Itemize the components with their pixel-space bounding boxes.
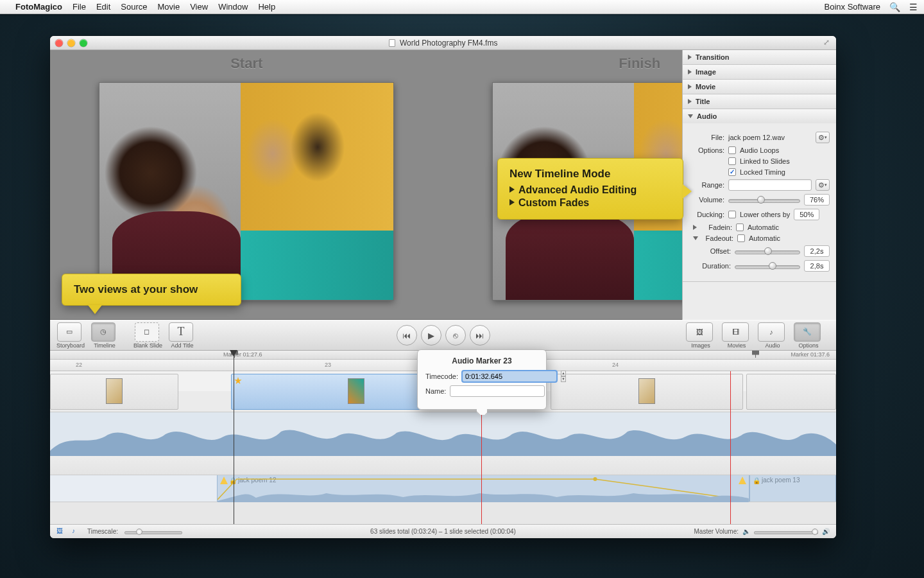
duration-slider[interactable]: [735, 261, 800, 270]
images-button[interactable]: 🖼: [686, 322, 713, 342]
locked-timing-checkbox[interactable]: [728, 168, 736, 176]
master-volume-slider[interactable]: [754, 528, 818, 536]
menu-bar: FotoMagico File Edit Source Movie View W…: [0, 0, 924, 14]
options-button[interactable]: 🔧: [794, 322, 821, 342]
disclosure-icon[interactable]: [693, 236, 698, 240]
menu-file[interactable]: File: [73, 2, 86, 12]
menu-edit[interactable]: Edit: [96, 2, 110, 12]
add-title-button[interactable]: T: [169, 322, 193, 342]
master-volume-label: Master Volume:: [694, 528, 739, 535]
ruler-tick: 22: [76, 362, 82, 368]
finish-label: Finish: [619, 55, 660, 72]
inspector-movie-label: Movie: [696, 83, 715, 91]
timeline-label: Timeline: [94, 342, 116, 349]
menu-movie[interactable]: Movie: [158, 2, 180, 12]
volume-max-icon: 🔊: [822, 528, 830, 535]
offset-slider[interactable]: [735, 247, 800, 256]
storyboard-button[interactable]: ▭: [57, 322, 81, 342]
file-value: jack poem 12.wav: [728, 134, 812, 141]
menu-source[interactable]: Source: [121, 2, 147, 12]
timecode-label: Timecode:: [425, 372, 458, 380]
notification-center-icon[interactable]: ☰: [909, 2, 918, 12]
timeline-button[interactable]: ◷: [91, 322, 116, 342]
inspector-movie-header[interactable]: Movie: [683, 80, 836, 94]
range-field[interactable]: [728, 179, 812, 191]
playhead[interactable]: [234, 351, 234, 524]
volume-label: Volume:: [689, 196, 724, 204]
volume-value[interactable]: 76%: [804, 194, 830, 206]
menu-window[interactable]: Window: [218, 2, 248, 12]
inspector-transition-header[interactable]: Transition: [683, 50, 836, 64]
slide-clip[interactable]: [746, 374, 836, 410]
audio-tool-icon[interactable]: ♪: [72, 527, 81, 536]
audio-track-2[interactable]: 🔒 jack poem 12 🔒 jack poem 13: [50, 475, 836, 502]
star-icon: [234, 377, 242, 385]
window-zoom-button[interactable]: [80, 39, 87, 47]
duration-value[interactable]: 2,8s: [804, 260, 830, 272]
window-minimize-button[interactable]: [67, 39, 75, 47]
slide-clip[interactable]: [551, 374, 743, 410]
photo-couple: [99, 83, 241, 301]
rewind-button[interactable]: ⏮: [397, 325, 417, 346]
disclosure-icon: [688, 69, 692, 74]
images-label: Images: [691, 342, 710, 349]
audio-button[interactable]: ♪: [758, 322, 785, 342]
inspector-title-header[interactable]: Title: [683, 94, 836, 109]
inspector-audio-header[interactable]: Audio: [683, 109, 836, 123]
timecode-stepper[interactable]: ▲▼: [561, 371, 566, 382]
timescale-slider[interactable]: [124, 528, 182, 536]
name-label: Name:: [425, 387, 446, 395]
window-titlebar[interactable]: World Photography FM4.fms ⤢: [50, 36, 836, 50]
chevron-icon: [509, 186, 515, 193]
audio-clip[interactable]: 🔒 jack poem 13: [749, 475, 836, 502]
offset-value[interactable]: 2,2s: [804, 245, 830, 257]
fadein-auto-checkbox[interactable]: [736, 223, 744, 231]
mid-toolbar: ▭Storyboard ◷Timeline ◻Blank Slide TAdd …: [50, 320, 836, 351]
audio-marker-popover: Audio Marker 23 Timecode: ▲▼ Name:: [417, 349, 547, 410]
menu-help[interactable]: Help: [258, 2, 275, 12]
linked-slides-checkbox[interactable]: [728, 157, 736, 165]
ducking-checkbox[interactable]: [728, 211, 736, 218]
photo-teal: [241, 231, 393, 300]
audio-track-1[interactable]: [50, 412, 836, 456]
app-menu[interactable]: FotoMagico: [15, 2, 62, 12]
audio-clip[interactable]: 🔒 jack poem 12: [217, 475, 749, 502]
fullscreen-icon[interactable]: ⤢: [823, 38, 832, 47]
marker-flag-icon[interactable]: [752, 351, 759, 358]
waveform: [50, 412, 836, 456]
fadein-label: Fadein:: [702, 223, 732, 231]
name-input[interactable]: [450, 385, 545, 397]
disclosure-icon: [688, 99, 692, 104]
app-window: World Photography FM4.fms ⤢ Start Finish…: [50, 36, 836, 538]
fadeout-auto-checkbox[interactable]: [737, 234, 745, 242]
spotlight-icon[interactable]: 🔍: [889, 2, 900, 12]
start-slide-frame[interactable]: [99, 82, 394, 301]
menubar-vendor[interactable]: Boinx Software: [825, 2, 880, 12]
share-button[interactable]: ⎋: [445, 325, 466, 346]
photo-tool-icon[interactable]: 🖼: [56, 527, 65, 536]
menu-view[interactable]: View: [190, 2, 208, 12]
timeline-area: Marker 01:27.6 Marker 01:37.6 22 23 24 🔒: [50, 351, 836, 524]
file-gear-button[interactable]: ⚙▾: [816, 132, 830, 143]
inspector-panel: Transition Image Movie Title Audio File:…: [682, 50, 836, 320]
ducking-value[interactable]: 50%: [794, 209, 819, 220]
options-label: Options: [798, 342, 818, 349]
inspector-image-header[interactable]: Image: [683, 65, 836, 79]
disclosure-icon: [688, 114, 693, 118]
options-label: Options:: [689, 146, 724, 154]
timecode-input[interactable]: [462, 371, 557, 382]
popover-arrow: [477, 409, 487, 415]
marker-line[interactable]: [730, 371, 731, 524]
storyboard-label: Storyboard: [56, 342, 85, 349]
forward-button[interactable]: ⏭: [470, 325, 490, 346]
blank-slide-button[interactable]: ◻: [135, 322, 159, 342]
slide-clip[interactable]: [50, 374, 178, 410]
audio-loops-checkbox[interactable]: [728, 146, 736, 154]
disclosure-icon[interactable]: [693, 225, 697, 230]
volume-slider[interactable]: [728, 195, 800, 204]
movies-button[interactable]: 🎞: [722, 322, 749, 342]
play-button[interactable]: ▶: [421, 325, 441, 346]
window-close-button[interactable]: [55, 39, 63, 47]
add-title-label: Add Title: [171, 342, 194, 349]
range-gear-button[interactable]: ⚙▾: [816, 179, 830, 191]
